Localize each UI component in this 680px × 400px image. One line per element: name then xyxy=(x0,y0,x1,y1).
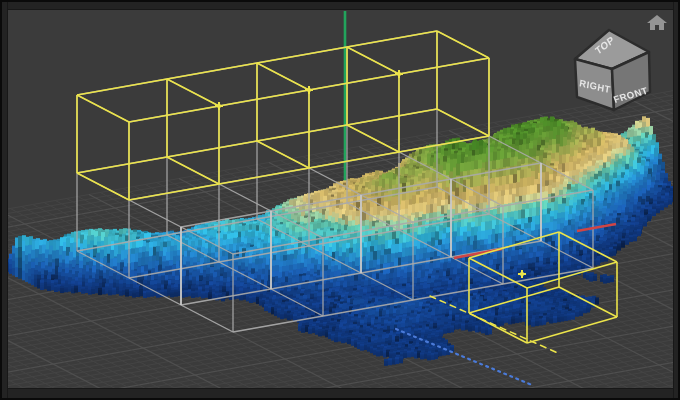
window-frame-right xyxy=(673,2,678,398)
window-frame-bottom xyxy=(2,388,678,398)
viewport-window: TOP RIGHT FRONT xyxy=(0,0,680,400)
window-frame-left xyxy=(2,2,8,398)
window-frame-top xyxy=(2,2,678,10)
